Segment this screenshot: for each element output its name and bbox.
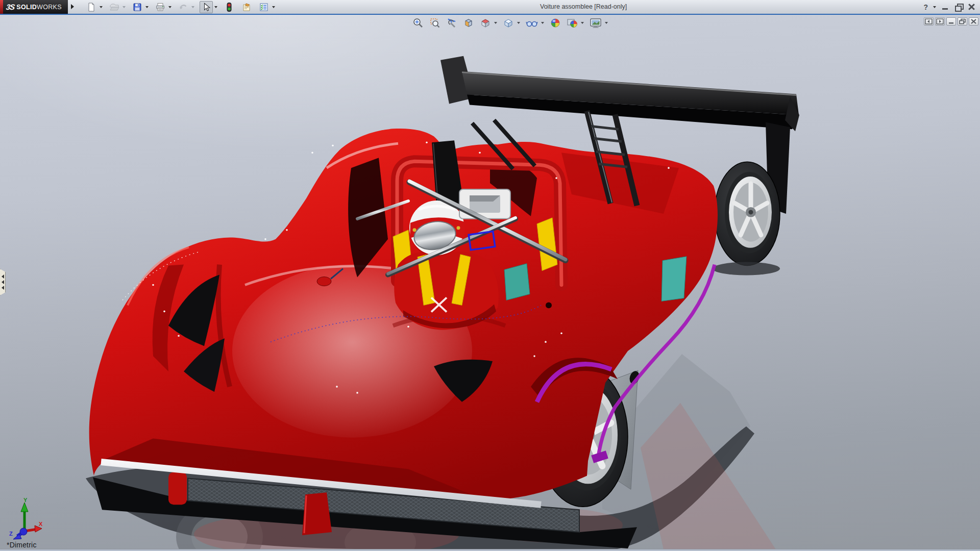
close-button[interactable] xyxy=(967,3,977,12)
pane-left-toggle-button[interactable] xyxy=(924,17,934,26)
apply-scene-button[interactable] xyxy=(565,17,579,29)
triad-z-label: Z xyxy=(9,531,13,537)
open-document-dropdown[interactable] xyxy=(121,1,127,13)
print-icon xyxy=(155,2,165,12)
doc-close-icon xyxy=(970,18,977,24)
intake-box[interactable] xyxy=(459,189,510,219)
print-dropdown[interactable] xyxy=(167,1,173,13)
previous-view-icon xyxy=(446,17,457,29)
doc-minimize-button[interactable] xyxy=(946,17,956,26)
feature-manager-collapsed-tab[interactable] xyxy=(0,269,6,295)
window-bottom-edge xyxy=(0,549,980,551)
open-document-button[interactable] xyxy=(108,1,121,13)
standard-toolbar xyxy=(85,1,276,13)
apply-scene-dropdown[interactable] xyxy=(579,17,585,29)
chevron-right-icon xyxy=(71,4,74,9)
triad-y-label: Y xyxy=(23,497,27,503)
pane-right-toggle-button[interactable] xyxy=(935,17,945,26)
minimize-icon xyxy=(942,8,948,10)
rebuild-button[interactable] xyxy=(223,1,236,13)
zoom-to-fit-icon xyxy=(412,17,424,29)
edit-appearance-button[interactable] xyxy=(548,17,562,29)
view-settings-monitor-icon xyxy=(590,17,602,29)
options-dropdown[interactable] xyxy=(271,1,276,13)
help-button[interactable]: ? xyxy=(923,3,928,11)
hide-show-items-button[interactable] xyxy=(524,17,540,29)
restore-button[interactable] xyxy=(953,3,964,12)
display-style-dropdown[interactable] xyxy=(516,17,522,29)
pane-left-icon xyxy=(925,18,933,24)
select-cursor-icon xyxy=(201,2,211,12)
save-dropdown[interactable] xyxy=(144,1,150,13)
document-title: Voiture assomblee [Read-only] xyxy=(540,0,627,14)
minimize-button[interactable] xyxy=(940,3,950,12)
rebuild-traffic-light-icon xyxy=(224,2,234,12)
options-button[interactable] xyxy=(257,1,271,13)
view-orientation-dropdown[interactable] xyxy=(493,17,499,29)
select-tool-dropdown[interactable] xyxy=(213,1,218,13)
file-properties-icon xyxy=(241,2,252,12)
view-orientation-icon xyxy=(480,17,491,29)
zoom-to-fit-button[interactable] xyxy=(411,17,425,29)
brand-name-light: WORKS xyxy=(37,4,62,11)
display-style-button[interactable] xyxy=(501,17,516,29)
graphics-area[interactable]: Y X Z *Dimetric xyxy=(0,15,980,549)
zoom-to-area-icon xyxy=(429,17,440,29)
doc-restore-button[interactable] xyxy=(958,17,967,26)
solidworks-logo: 3S SOLIDWORKS xyxy=(0,0,68,14)
triad-x-label: X xyxy=(39,521,42,527)
triad-axes-icon xyxy=(8,498,45,541)
open-folder-icon xyxy=(109,2,119,12)
new-document-button[interactable] xyxy=(85,1,98,13)
doc-minimize-icon xyxy=(947,18,955,24)
solidworks-logo-glyph: 3S xyxy=(6,3,15,11)
new-document-dropdown[interactable] xyxy=(98,1,104,13)
zoom-to-area-button[interactable] xyxy=(428,17,442,29)
doc-close-button[interactable] xyxy=(969,17,978,26)
new-document-icon xyxy=(86,2,96,12)
edit-appearance-ball-icon xyxy=(550,17,561,29)
document-window-controls xyxy=(924,17,978,26)
logo-red-stripe xyxy=(0,0,3,14)
view-settings-dropdown[interactable] xyxy=(603,17,609,29)
titlebar-separator xyxy=(0,14,980,15)
view-settings-button[interactable] xyxy=(588,17,603,29)
view-orientation-label: *Dimetric xyxy=(7,541,37,549)
heads-up-view-toolbar xyxy=(411,17,609,29)
view-orientation-button[interactable] xyxy=(478,17,493,29)
select-tool-button[interactable] xyxy=(200,1,213,13)
options-checklist-icon xyxy=(259,2,269,12)
model-red-race-car[interactable] xyxy=(0,15,980,549)
print-button[interactable] xyxy=(154,1,167,13)
chevron-left-icon xyxy=(2,274,4,279)
chevron-left-icon xyxy=(2,286,4,290)
save-floppy-icon xyxy=(132,2,142,12)
section-view-button[interactable] xyxy=(461,17,476,29)
brand-name-bold: SOLID xyxy=(16,4,37,11)
solidworks-window: 3S SOLIDWORKS xyxy=(0,0,980,551)
doc-restore-icon xyxy=(959,18,966,24)
menu-expand-button[interactable] xyxy=(69,3,76,11)
window-controls: ? xyxy=(923,0,977,14)
undo-button[interactable] xyxy=(177,1,190,13)
file-properties-button[interactable] xyxy=(240,1,253,13)
save-button[interactable] xyxy=(131,1,144,13)
hide-show-items-eyeglasses-icon xyxy=(526,17,538,29)
help-dropdown[interactable] xyxy=(932,1,937,13)
reference-triad[interactable]: Y X Z xyxy=(8,498,45,541)
pane-right-icon xyxy=(936,18,944,24)
previous-view-button[interactable] xyxy=(445,17,459,29)
apply-scene-icon xyxy=(567,17,578,29)
hide-show-items-dropdown[interactable] xyxy=(540,17,546,29)
title-bar: 3S SOLIDWORKS xyxy=(0,0,980,14)
chevron-left-icon xyxy=(2,280,4,284)
rear-wheel[interactable] xyxy=(713,162,780,275)
display-style-icon xyxy=(503,17,514,29)
undo-arrow-icon xyxy=(178,2,188,12)
undo-dropdown[interactable] xyxy=(190,1,195,13)
section-view-icon xyxy=(463,17,474,29)
